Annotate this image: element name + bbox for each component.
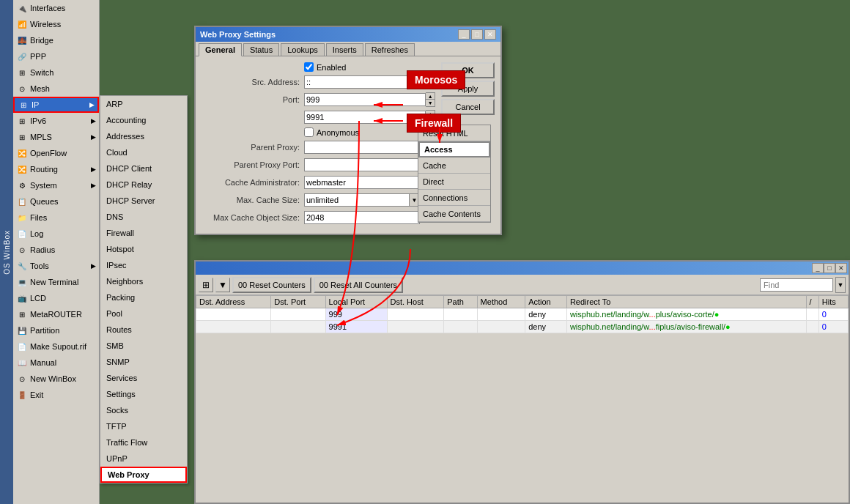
submenu-item-packing[interactable]: Packing [100,289,187,305]
port-spinbtns: ▲ ▼ [426,92,435,107]
sidebar-item-manual[interactable]: 📖 Manual [13,355,99,371]
app-title: OS WinBox [3,230,11,275]
parent-proxy-input[interactable] [304,141,425,154]
tab-status[interactable]: Status [243,43,279,56]
sidebar-label-new-terminal: New Terminal [30,278,78,286]
col-path: Path [444,296,477,308]
sidebar-item-queues[interactable]: 📋 Queues [13,193,99,210]
new-terminal-icon: 💻 [16,276,28,288]
submenu-item-cloud[interactable]: Cloud [100,144,187,160]
submenu-item-neighbors[interactable]: Neighbors [100,273,187,289]
submenu-item-smb[interactable]: SMB [100,338,187,354]
sidebar-item-make-supout[interactable]: 📄 Make Supout.rif [13,338,99,355]
files-icon: 📁 [16,212,28,223]
sidebar-item-ip[interactable]: ⊞ IP ▶ [13,97,99,113]
tab-lookups[interactable]: Lookups [281,43,325,56]
submenu-item-hotspot[interactable]: Hotspot [100,241,187,257]
max-cache-obj-input[interactable] [304,211,420,224]
reset-counters-btn[interactable]: 00 Reset Counters [232,277,311,293]
submenu-item-traffic-flow[interactable]: Traffic Flow [100,434,187,451]
titlebar-controls: _ □ ✕ [458,29,496,40]
anonymous-checkbox[interactable] [304,127,314,137]
sidebar-item-mesh[interactable]: ⊙ Mesh [13,81,99,97]
minimize-btn[interactable]: _ [458,29,470,40]
submenu-item-tftp[interactable]: TFTP [100,418,187,434]
port-down-btn[interactable]: ▼ [426,100,435,106]
port-up-btn[interactable]: ▲ [426,93,435,100]
sidebar-item-ipv6[interactable]: ⊞ IPv6 ▶ [13,113,99,129]
cell-hits: 0 [818,308,848,321]
wireless-icon: 📶 [16,18,28,30]
filter-icon-btn[interactable]: ⊞ [199,278,213,292]
direct-btn[interactable]: Direct [418,174,490,190]
submenu-item-firewall[interactable]: Firewall [100,225,187,241]
submenu-item-web-proxy[interactable]: Web Proxy [100,467,187,483]
sidebar-item-ppp[interactable]: 🔗 PPP [13,48,99,64]
sidebar-item-metarouter[interactable]: ⊞ MetaROUTER [13,306,99,322]
cache-contents-btn[interactable]: Cache Contents [418,206,490,222]
tab-general[interactable]: General [199,43,242,56]
port-row: Port: ▲ ▼ [202,92,435,107]
submenu-item-routes[interactable]: Routes [100,322,187,338]
submenu-item-snmp[interactable]: SNMP [100,354,187,370]
funnel-btn[interactable]: ▼ [215,278,230,292]
submenu-item-dhcp-server[interactable]: DHCP Server [100,193,187,209]
sidebar-item-partition[interactable]: 💾 Partition [13,322,99,338]
table-dropdown-arrow[interactable]: ▼ [835,277,846,293]
sidebar-item-openflow[interactable]: 🔀 OpenFlow [13,145,99,161]
enabled-checkbox[interactable] [304,62,314,72]
cancel-button[interactable]: Cancel [441,99,495,115]
submenu-item-socks[interactable]: Socks [100,402,187,418]
sidebar-item-switch[interactable]: ⊞ Switch [13,64,99,81]
cache-btn[interactable]: Cache [418,158,490,174]
submenu-item-dhcp-client[interactable]: DHCP Client [100,160,187,177]
reset-all-btn[interactable]: 00 Reset All Counters [314,277,403,293]
access-btn[interactable]: Access [418,141,490,158]
table-row[interactable]: 999 deny wisphub.net/landing/w...plus/av… [196,308,849,321]
submenu-item-accounting[interactable]: Accounting [100,112,187,128]
sidebar-item-new-winbox[interactable]: ⊙ New WinBox [13,371,99,387]
sidebar-item-files[interactable]: 📁 Files [13,210,99,226]
submenu-item-settings[interactable]: Settings [100,386,187,402]
sidebar-item-exit[interactable]: 🚪 Exit [13,387,99,403]
submenu-item-pool[interactable]: Pool [100,305,187,322]
submenu-item-ipsec[interactable]: IPsec [100,257,187,273]
sidebar-item-log[interactable]: 📄 Log [13,226,99,242]
port-input[interactable] [304,93,426,106]
tab-refreshes[interactable]: Refreshes [365,43,415,56]
submenu-item-upnp[interactable]: UPnP [100,451,187,467]
max-cache-obj-row: Max Cache Object Size: KiB [202,210,435,225]
sidebar-item-new-terminal[interactable]: 💻 New Terminal [13,274,99,290]
search-input[interactable] [760,278,833,292]
sidebar-item-wireless[interactable]: 📶 Wireless [13,16,99,32]
sidebar-label-routing: Routing [30,165,58,174]
submenu-item-addresses[interactable]: Addresses [100,128,187,144]
table-row[interactable]: 9991 deny wisphub.net/landing/w...fiplus… [196,321,849,333]
table-close-btn[interactable]: ✕ [835,263,847,273]
switch-icon: ⊞ [16,67,28,78]
cell-dst-port [271,321,325,333]
sidebar-item-routing[interactable]: 🔀 Routing ▶ [13,161,99,177]
new-winbox-icon: ⊙ [16,373,28,385]
sidebar-item-system[interactable]: ⚙ System ▶ [13,177,99,193]
table-maximize-btn[interactable]: □ [824,263,835,273]
sidebar-item-mpls[interactable]: ⊞ MPLS ▶ [13,129,99,145]
sidebar-item-lcd[interactable]: 📺 LCD [13,290,99,306]
sidebar-item-radius[interactable]: ⊙ Radius [13,242,99,258]
close-btn[interactable]: ✕ [484,29,496,40]
max-cache-size-input[interactable] [304,193,410,207]
table-minimize-btn[interactable]: _ [812,263,824,273]
cache-admin-input[interactable] [304,176,426,189]
sidebar-item-bridge[interactable]: 🌉 Bridge [13,32,99,48]
sidebar-item-interfaces[interactable]: 🔌 Interfaces [13,0,99,16]
maximize-btn[interactable]: □ [471,29,483,40]
max-cache-obj-label: Max Cache Object Size: [202,213,304,222]
sidebar-item-tools[interactable]: 🔧 Tools ▶ [13,258,99,274]
submenu-item-arp[interactable]: ARP [100,96,187,112]
parent-proxy-port-input[interactable] [304,158,425,171]
submenu-item-services[interactable]: Services [100,370,187,386]
submenu-item-dns[interactable]: DNS [100,209,187,225]
submenu-item-dhcp-relay[interactable]: DHCP Relay [100,177,187,193]
tab-inserts[interactable]: Inserts [326,43,363,56]
connections-btn[interactable]: Connections [418,190,490,206]
